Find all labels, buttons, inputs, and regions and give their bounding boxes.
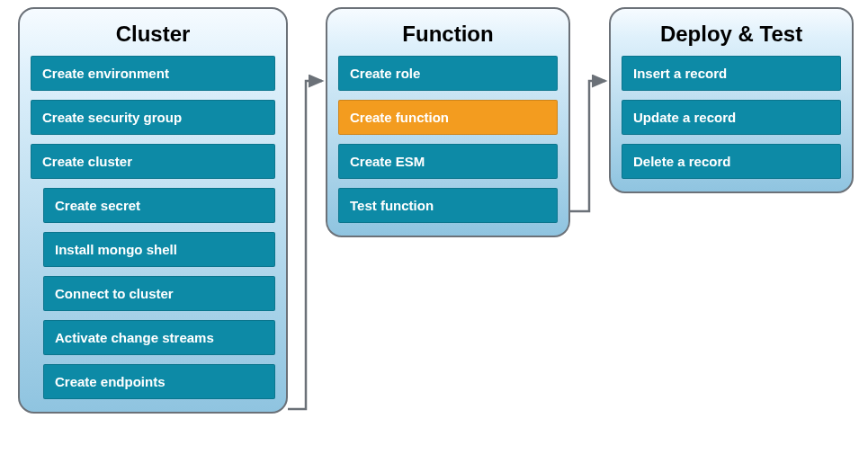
diagram-stage: Cluster Create environment Create securi… (0, 0, 868, 454)
arrow-function-to-deploy (0, 0, 868, 454)
